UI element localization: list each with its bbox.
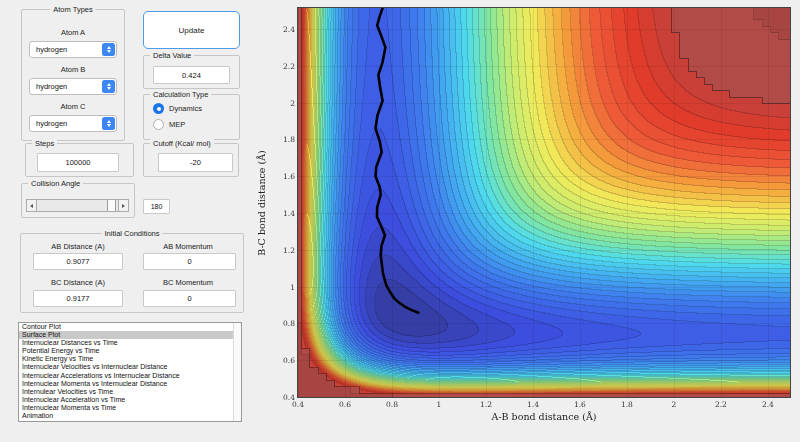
ab-distance-field[interactable]: 0.9077 (33, 253, 123, 270)
y-tick-label: 1.4 (269, 209, 295, 218)
atom-c-value: hydrogen (30, 119, 102, 128)
bc-distance-field[interactable]: 0.9177 (33, 290, 123, 307)
steps-panel: Steps 100000 (25, 143, 134, 177)
y-tick-label: 2.4 (269, 25, 295, 34)
atom-types-title: Atom Types (50, 5, 95, 14)
atom-c-label: Atom C (60, 102, 85, 111)
radio-selected-icon (153, 103, 164, 114)
y-tick-label: 1.2 (269, 246, 295, 255)
ab-momentum-field[interactable]: 0 (143, 253, 236, 270)
y-tick-label: 2.2 (269, 62, 295, 71)
slider-thumb[interactable] (107, 200, 116, 211)
x-tick-label: 1.8 (621, 400, 633, 409)
x-axis-label: A-B bond distance (Å) (298, 411, 790, 422)
y-axis-label: B-C bond distance (Å) (256, 150, 267, 256)
x-tick-label: 0.8 (386, 400, 398, 409)
list-item[interactable]: Internuclear Velocities vs Internuclear … (19, 363, 241, 371)
pes-canvas (298, 8, 790, 397)
delta-value-panel: Delta Value 0.424 (143, 55, 240, 89)
y-tick-label: 0.6 (269, 356, 295, 365)
steps-title: Steps (32, 139, 57, 148)
y-tick-label: 0.8 (269, 319, 295, 328)
atom-a-value: hydrogen (30, 45, 102, 54)
x-tick-label: 1 (437, 400, 442, 409)
update-button[interactable]: Update (143, 11, 240, 49)
slider-left-arrow[interactable] (27, 200, 37, 211)
list-item[interactable]: Internuclear Distances vs Time (19, 339, 241, 347)
atom-b-value: hydrogen (30, 82, 102, 91)
x-tick-label: 1.6 (574, 400, 586, 409)
list-item[interactable]: Contour Plot (19, 323, 241, 331)
x-tick-label: 2.2 (715, 400, 727, 409)
atom-c-dropdown[interactable]: hydrogen (29, 115, 117, 132)
ab-distance-label: AB Distance (A) (51, 242, 104, 251)
slider-track[interactable] (37, 200, 118, 211)
dynamics-radio-label: Dynamics (169, 104, 202, 113)
mep-radio-label: MEP (169, 120, 185, 129)
slider-right-arrow[interactable] (118, 200, 128, 211)
atom-b-dropdown[interactable]: hydrogen (29, 78, 117, 95)
dynamics-radio[interactable]: Dynamics (153, 103, 202, 114)
dropdown-stepper-icon (102, 117, 115, 130)
atom-b-label: Atom B (61, 65, 86, 74)
ab-momentum-label: AB Momentum (163, 242, 213, 251)
atom-types-panel: Atom Types Atom A hydrogen Atom B hydrog… (21, 9, 125, 141)
y-tick-label: 0.4 (269, 393, 295, 402)
cutoff-title: Cutoff (Kcal/ mol) (150, 139, 214, 148)
bc-momentum-label: BC Momentum (163, 278, 213, 287)
list-item[interactable]: Surface Plot (19, 331, 241, 339)
radio-unselected-icon (153, 119, 164, 130)
list-item[interactable]: Internuclear Momenta vs Time (19, 404, 241, 412)
list-item[interactable]: Potential Energy vs Time (19, 347, 241, 355)
dropdown-stepper-icon (102, 80, 115, 93)
pes-contour-plot: 0.40.60.811.21.41.61.822.22.40.40.60.811… (298, 8, 790, 397)
cutoff-field[interactable]: -20 (158, 153, 233, 172)
plot-type-items: Contour PlotSurface PlotInternuclear Dis… (19, 323, 241, 420)
x-tick-label: 1.2 (480, 400, 492, 409)
x-tick-label: 0.6 (339, 400, 351, 409)
x-tick-label: 2.4 (762, 400, 774, 409)
delta-value-field[interactable]: 0.424 (153, 66, 230, 84)
x-tick-label: 2 (672, 400, 677, 409)
atom-a-label: Atom A (61, 28, 85, 37)
atom-a-dropdown[interactable]: hydrogen (29, 41, 117, 58)
calculation-type-panel: Calculation Type Dynamics MEP (143, 94, 240, 140)
list-item[interactable]: Internuclear Momenta vs Internuclear Dis… (19, 380, 241, 388)
collision-angle-title: Collision Angle (28, 179, 83, 188)
collision-angle-slider[interactable] (26, 199, 129, 212)
list-item[interactable]: Kinetic Energy vs Time (19, 355, 241, 363)
y-tick-label: 1.6 (269, 172, 295, 181)
collision-angle-panel: Collision Angle (21, 183, 135, 218)
steps-field[interactable]: 100000 (37, 153, 119, 172)
calculation-type-title: Calculation Type (150, 90, 211, 99)
y-tick-label: 1 (269, 283, 295, 292)
y-tick-label: 2 (269, 99, 295, 108)
plot-type-listbox[interactable]: Contour PlotSurface PlotInternuclear Dis… (18, 322, 242, 422)
y-tick-label: 1.8 (269, 135, 295, 144)
collision-angle-value[interactable]: 180 (143, 199, 170, 214)
x-tick-label: 1.4 (527, 400, 539, 409)
initial-conditions-title: Initial Conditions (101, 229, 162, 238)
list-item[interactable]: Animation (19, 412, 241, 420)
initial-conditions-panel: Initial Conditions AB Distance (A) AB Mo… (20, 233, 244, 313)
bc-distance-label: BC Distance (A) (51, 278, 105, 287)
list-item[interactable]: Internuclear Acceleration vs Time (19, 396, 241, 404)
listbox-scrollbar[interactable] (233, 323, 241, 421)
delta-value-title: Delta Value (150, 51, 194, 60)
cutoff-panel: Cutoff (Kcal/ mol) -20 (143, 143, 239, 177)
dropdown-stepper-icon (102, 43, 115, 56)
bc-momentum-field[interactable]: 0 (143, 290, 236, 307)
list-item[interactable]: Internulear Velocities vs Time (19, 388, 241, 396)
list-item[interactable]: Internuclear Accelerations vs Internucle… (19, 372, 241, 380)
mep-radio[interactable]: MEP (153, 119, 185, 130)
